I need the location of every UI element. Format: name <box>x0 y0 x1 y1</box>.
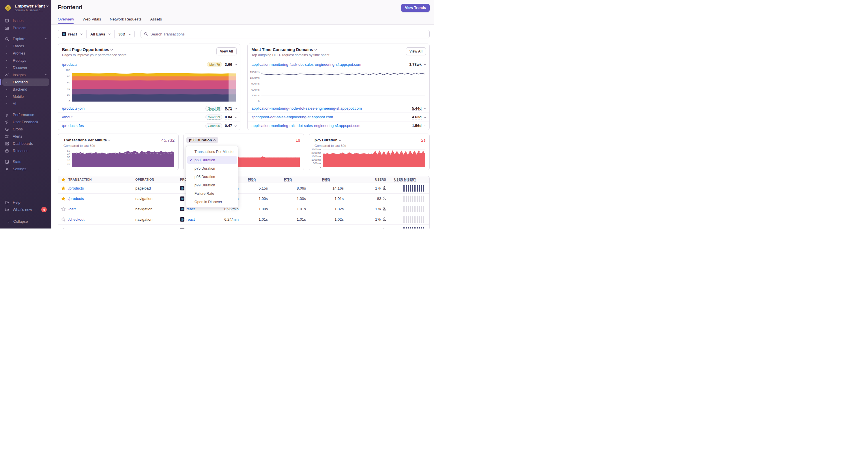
project-filter[interactable]: react <box>58 30 86 38</box>
row-toggle-icon[interactable] <box>424 116 426 118</box>
row-toggle-icon[interactable] <box>424 63 426 66</box>
user-misery-bars <box>403 206 425 213</box>
collapse-button[interactable]: Collapse <box>5 218 47 225</box>
sidebar-item-settings[interactable]: Settings <box>2 165 49 172</box>
menu-item-failure-rate[interactable]: Failure Rate <box>187 189 237 198</box>
transaction-row[interactable]: /productsnavigationreact/min1.00s1.00s1.… <box>58 193 429 204</box>
col-user-misery[interactable]: USER MISERY <box>394 178 429 181</box>
metric-card-p75-duration-chart: 2500ms2000ms1500ms1000ms500ms0 <box>310 149 428 169</box>
transaction-row[interactable]: /checkoutnavigationreact6.24/min1.01s1.0… <box>58 214 429 225</box>
domain-row[interactable]: application-monitoring-node-dot-sales-en… <box>248 104 430 112</box>
sidebar-item-issues[interactable]: Issues <box>2 17 49 24</box>
transaction-link[interactable]: /cart <box>68 207 135 211</box>
sidebar-item-performance[interactable]: Performance <box>2 111 49 118</box>
domains-title[interactable]: Most Time-Consuming Domains <box>252 47 317 52</box>
domains-view-all-button[interactable]: View All <box>406 47 426 55</box>
col-p50[interactable]: P50() <box>240 178 276 181</box>
metric-card-transactions-per-minute-selector[interactable]: Transactions Per Minute <box>61 137 113 143</box>
transaction-link[interactable]: /products <box>68 196 135 201</box>
menu-item-p75-duration[interactable]: p75 Duration <box>187 164 237 172</box>
tab-network-requests[interactable]: Network Requests <box>110 17 142 24</box>
sidebar-item-help[interactable]: Help <box>2 199 49 206</box>
sidebar-item-replays[interactable]: Replays <box>2 57 49 64</box>
menu-item-p95-duration[interactable]: p95 Duration <box>187 172 237 181</box>
row-toggle-icon[interactable] <box>234 63 237 66</box>
domain-link[interactable]: application-monitoring-flask-dot-sales-e… <box>252 62 361 67</box>
domain-row[interactable]: application-monitoring-rails-dot-sales-e… <box>248 121 430 130</box>
org-switcher[interactable]: Empower Plant dominik.buszowiec… <box>0 0 51 15</box>
row-toggle-icon[interactable] <box>424 124 426 126</box>
col-p75[interactable]: P75() <box>276 178 314 181</box>
col-users[interactable]: USERS <box>352 178 394 181</box>
col-p95[interactable]: P95() <box>314 178 352 181</box>
tab-web-vitals[interactable]: Web Vitals <box>83 17 101 24</box>
star-column-header[interactable] <box>58 177 68 182</box>
project-link[interactable]: react <box>186 217 195 222</box>
check-icon: ✓ <box>190 158 194 162</box>
project-link[interactable]: react <box>186 228 195 228</box>
page-row[interactable]: /products-joinGood 950.71 <box>58 104 240 112</box>
tab-assets[interactable]: Assets <box>150 17 162 24</box>
domain-link[interactable]: application-monitoring-rails-dot-sales-e… <box>252 124 361 128</box>
page-row[interactable]: /aboutGood 990.04 <box>58 112 240 121</box>
page-link[interactable]: /products-fes <box>62 124 84 128</box>
domain-link[interactable]: springboot-dot-sales-engineering-sf.apps… <box>252 115 333 119</box>
menu-item-p99-duration[interactable]: p99 Duration <box>187 181 237 189</box>
sidebar-item-crons[interactable]: Crons <box>2 126 49 133</box>
sidebar-item-stats[interactable]: Stats <box>2 158 49 165</box>
domain-row[interactable]: application-monitoring-flask-dot-sales-e… <box>248 60 430 69</box>
star-toggle[interactable] <box>58 186 68 190</box>
sidebar-item-traces[interactable]: Traces <box>2 42 49 50</box>
sidebar-item-backend[interactable]: Backend <box>2 86 49 93</box>
page-link[interactable]: /products <box>62 62 78 67</box>
menu-item-open-in-discover[interactable]: Open in Discover <box>187 198 237 206</box>
view-trends-button[interactable]: View Trends <box>401 4 430 12</box>
star-toggle[interactable] <box>58 207 68 211</box>
sidebar-item-alerts[interactable]: Alerts <box>2 133 49 140</box>
sidebar-item-mobile[interactable]: Mobile <box>2 93 49 100</box>
best-pages-title[interactable]: Best Page Opportunities <box>62 47 113 52</box>
domain-row[interactable]: springboot-dot-sales-engineering-sf.apps… <box>248 112 430 121</box>
transaction-row[interactable]: /cartnavigationreact6.96/min1.00s1.01s1.… <box>58 204 429 214</box>
row-toggle-icon[interactable] <box>234 124 237 126</box>
sidebar-item-projects[interactable]: Projects <box>2 24 49 31</box>
page-link[interactable]: /products-join <box>62 106 85 110</box>
best-pages-view-all-button[interactable]: View All <box>216 47 236 55</box>
col-transaction[interactable]: TRANSACTION <box>68 178 135 181</box>
sidebar-item-dashboards[interactable]: Dashboards <box>2 140 49 147</box>
transaction-link[interactable]: /checkout <box>68 217 135 222</box>
sidebar-item-discover[interactable]: Discover <box>2 64 49 71</box>
transaction-link[interactable]: /products-join <box>68 228 135 228</box>
transaction-link[interactable]: /products <box>68 186 135 190</box>
star-toggle[interactable] <box>58 196 68 201</box>
page-row[interactable]: /productsMeh 793.66 <box>58 60 240 69</box>
row-toggle-icon[interactable] <box>234 116 237 118</box>
sidebar-item-insights[interactable]: Insights <box>2 71 49 78</box>
metric-card-p50-duration-selector[interactable]: p50 Duration <box>186 137 218 143</box>
transaction-row[interactable]: /products-joinpageloadreact3.88/min1.50s… <box>58 225 429 228</box>
sidebar-item-what-s-new[interactable]: What's new4 <box>2 206 49 213</box>
date-range-filter[interactable]: 30D <box>114 30 134 38</box>
tab-overview[interactable]: Overview <box>58 17 74 24</box>
sidebar-item-user-feedback[interactable]: User Feedback <box>2 118 49 126</box>
sidebar-item-ai[interactable]: AI <box>2 100 49 107</box>
star-toggle[interactable] <box>58 228 68 228</box>
sidebar-item-explore[interactable]: Explore <box>2 35 49 42</box>
menu-item-p50-duration[interactable]: ✓p50 Duration <box>187 156 237 164</box>
sidebar-item-frontend[interactable]: Frontend <box>2 78 49 86</box>
sidebar-item-releases[interactable]: Releases <box>2 147 49 154</box>
col-operation[interactable]: OPERATION <box>135 178 180 181</box>
environment-filter[interactable]: All Envs <box>86 30 114 38</box>
star-toggle[interactable] <box>58 217 68 222</box>
page-link[interactable]: /about <box>62 115 72 119</box>
metric-card-p75-duration-selector[interactable]: p75 Duration <box>312 137 343 143</box>
row-toggle-icon[interactable] <box>424 107 426 109</box>
row-toggle-icon[interactable] <box>234 107 237 109</box>
sidebar-item-profiles[interactable]: Profiles <box>2 50 49 57</box>
page-row[interactable]: /products-fesGood 950.47 <box>58 121 240 130</box>
search-input[interactable] <box>141 30 430 38</box>
menu-item-transactions-per-minute[interactable]: Transactions Per Minute <box>187 148 237 156</box>
transaction-row[interactable]: /productspageloadreact/min5.15s8.06s14.1… <box>58 183 429 193</box>
date-range-filter-value: 30D <box>118 32 125 36</box>
domain-link[interactable]: application-monitoring-node-dot-sales-en… <box>252 106 362 110</box>
